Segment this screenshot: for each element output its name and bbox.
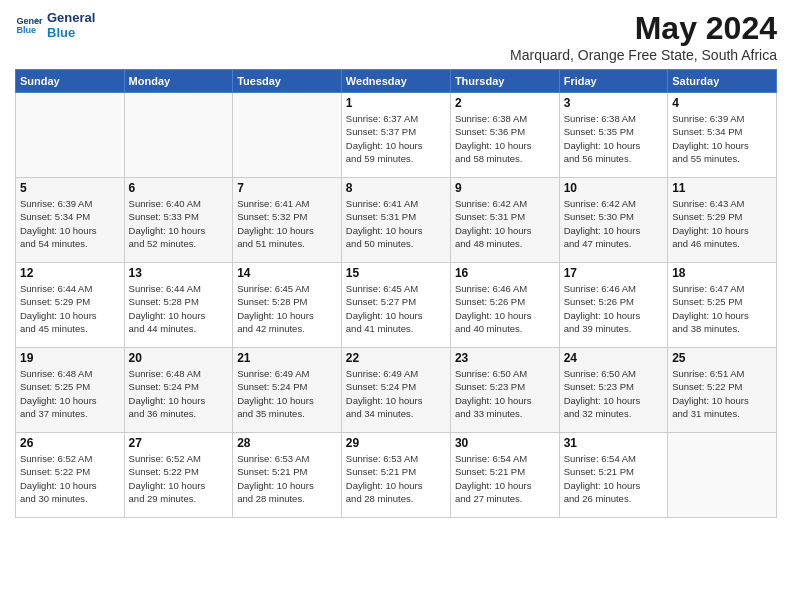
day-number: 13: [129, 266, 229, 280]
logo-blue: Blue: [47, 25, 95, 40]
calendar-cell: 31Sunrise: 6:54 AMSunset: 5:21 PMDayligh…: [559, 433, 668, 518]
day-info: Sunrise: 6:42 AMSunset: 5:31 PMDaylight:…: [455, 197, 555, 250]
calendar-cell: 21Sunrise: 6:49 AMSunset: 5:24 PMDayligh…: [233, 348, 342, 433]
calendar-cell: 7Sunrise: 6:41 AMSunset: 5:32 PMDaylight…: [233, 178, 342, 263]
calendar-cell: 30Sunrise: 6:54 AMSunset: 5:21 PMDayligh…: [450, 433, 559, 518]
day-info: Sunrise: 6:49 AMSunset: 5:24 PMDaylight:…: [346, 367, 446, 420]
calendar-cell: [124, 93, 233, 178]
day-number: 10: [564, 181, 664, 195]
weekday-header-saturday: Saturday: [668, 70, 777, 93]
day-info: Sunrise: 6:42 AMSunset: 5:30 PMDaylight:…: [564, 197, 664, 250]
weekday-header-row: SundayMondayTuesdayWednesdayThursdayFrid…: [16, 70, 777, 93]
month-title: May 2024: [510, 10, 777, 47]
svg-text:General: General: [16, 16, 43, 26]
day-number: 22: [346, 351, 446, 365]
day-info: Sunrise: 6:40 AMSunset: 5:33 PMDaylight:…: [129, 197, 229, 250]
day-number: 19: [20, 351, 120, 365]
day-info: Sunrise: 6:48 AMSunset: 5:24 PMDaylight:…: [129, 367, 229, 420]
day-info: Sunrise: 6:43 AMSunset: 5:29 PMDaylight:…: [672, 197, 772, 250]
calendar-cell: 17Sunrise: 6:46 AMSunset: 5:26 PMDayligh…: [559, 263, 668, 348]
day-info: Sunrise: 6:50 AMSunset: 5:23 PMDaylight:…: [455, 367, 555, 420]
calendar-cell: 13Sunrise: 6:44 AMSunset: 5:28 PMDayligh…: [124, 263, 233, 348]
day-number: 7: [237, 181, 337, 195]
weekday-header-wednesday: Wednesday: [341, 70, 450, 93]
calendar-table: SundayMondayTuesdayWednesdayThursdayFrid…: [15, 69, 777, 518]
calendar-cell: 24Sunrise: 6:50 AMSunset: 5:23 PMDayligh…: [559, 348, 668, 433]
calendar-cell: 18Sunrise: 6:47 AMSunset: 5:25 PMDayligh…: [668, 263, 777, 348]
day-info: Sunrise: 6:54 AMSunset: 5:21 PMDaylight:…: [455, 452, 555, 505]
day-info: Sunrise: 6:50 AMSunset: 5:23 PMDaylight:…: [564, 367, 664, 420]
day-number: 2: [455, 96, 555, 110]
weekday-header-monday: Monday: [124, 70, 233, 93]
day-number: 5: [20, 181, 120, 195]
day-info: Sunrise: 6:52 AMSunset: 5:22 PMDaylight:…: [20, 452, 120, 505]
svg-text:Blue: Blue: [16, 25, 36, 35]
day-number: 4: [672, 96, 772, 110]
title-area: May 2024 Marquard, Orange Free State, So…: [510, 10, 777, 63]
day-number: 9: [455, 181, 555, 195]
day-number: 20: [129, 351, 229, 365]
day-info: Sunrise: 6:53 AMSunset: 5:21 PMDaylight:…: [237, 452, 337, 505]
day-info: Sunrise: 6:44 AMSunset: 5:28 PMDaylight:…: [129, 282, 229, 335]
day-info: Sunrise: 6:54 AMSunset: 5:21 PMDaylight:…: [564, 452, 664, 505]
day-info: Sunrise: 6:38 AMSunset: 5:36 PMDaylight:…: [455, 112, 555, 165]
day-number: 12: [20, 266, 120, 280]
day-number: 26: [20, 436, 120, 450]
day-number: 28: [237, 436, 337, 450]
weekday-header-thursday: Thursday: [450, 70, 559, 93]
day-info: Sunrise: 6:45 AMSunset: 5:28 PMDaylight:…: [237, 282, 337, 335]
day-number: 27: [129, 436, 229, 450]
day-number: 16: [455, 266, 555, 280]
day-number: 29: [346, 436, 446, 450]
day-number: 3: [564, 96, 664, 110]
calendar-cell: 27Sunrise: 6:52 AMSunset: 5:22 PMDayligh…: [124, 433, 233, 518]
day-info: Sunrise: 6:53 AMSunset: 5:21 PMDaylight:…: [346, 452, 446, 505]
logo-icon: General Blue: [15, 11, 43, 39]
calendar-cell: 5Sunrise: 6:39 AMSunset: 5:34 PMDaylight…: [16, 178, 125, 263]
calendar-cell: [668, 433, 777, 518]
day-info: Sunrise: 6:48 AMSunset: 5:25 PMDaylight:…: [20, 367, 120, 420]
calendar-cell: 4Sunrise: 6:39 AMSunset: 5:34 PMDaylight…: [668, 93, 777, 178]
day-info: Sunrise: 6:49 AMSunset: 5:24 PMDaylight:…: [237, 367, 337, 420]
week-row-2: 5Sunrise: 6:39 AMSunset: 5:34 PMDaylight…: [16, 178, 777, 263]
day-info: Sunrise: 6:44 AMSunset: 5:29 PMDaylight:…: [20, 282, 120, 335]
day-number: 6: [129, 181, 229, 195]
week-row-5: 26Sunrise: 6:52 AMSunset: 5:22 PMDayligh…: [16, 433, 777, 518]
day-number: 21: [237, 351, 337, 365]
day-info: Sunrise: 6:52 AMSunset: 5:22 PMDaylight:…: [129, 452, 229, 505]
calendar-cell: 19Sunrise: 6:48 AMSunset: 5:25 PMDayligh…: [16, 348, 125, 433]
calendar-cell: [16, 93, 125, 178]
day-number: 18: [672, 266, 772, 280]
calendar-cell: 8Sunrise: 6:41 AMSunset: 5:31 PMDaylight…: [341, 178, 450, 263]
calendar-cell: 25Sunrise: 6:51 AMSunset: 5:22 PMDayligh…: [668, 348, 777, 433]
calendar-cell: 9Sunrise: 6:42 AMSunset: 5:31 PMDaylight…: [450, 178, 559, 263]
calendar-cell: 20Sunrise: 6:48 AMSunset: 5:24 PMDayligh…: [124, 348, 233, 433]
day-info: Sunrise: 6:39 AMSunset: 5:34 PMDaylight:…: [672, 112, 772, 165]
day-info: Sunrise: 6:38 AMSunset: 5:35 PMDaylight:…: [564, 112, 664, 165]
header: General Blue General Blue May 2024 Marqu…: [15, 10, 777, 63]
logo: General Blue General Blue: [15, 10, 95, 40]
calendar-cell: 11Sunrise: 6:43 AMSunset: 5:29 PMDayligh…: [668, 178, 777, 263]
calendar-cell: [233, 93, 342, 178]
logo-general: General: [47, 10, 95, 25]
day-number: 30: [455, 436, 555, 450]
calendar-cell: 12Sunrise: 6:44 AMSunset: 5:29 PMDayligh…: [16, 263, 125, 348]
day-info: Sunrise: 6:37 AMSunset: 5:37 PMDaylight:…: [346, 112, 446, 165]
calendar-cell: 22Sunrise: 6:49 AMSunset: 5:24 PMDayligh…: [341, 348, 450, 433]
day-number: 31: [564, 436, 664, 450]
day-info: Sunrise: 6:47 AMSunset: 5:25 PMDaylight:…: [672, 282, 772, 335]
calendar-cell: 15Sunrise: 6:45 AMSunset: 5:27 PMDayligh…: [341, 263, 450, 348]
week-row-1: 1Sunrise: 6:37 AMSunset: 5:37 PMDaylight…: [16, 93, 777, 178]
day-number: 15: [346, 266, 446, 280]
calendar-cell: 6Sunrise: 6:40 AMSunset: 5:33 PMDaylight…: [124, 178, 233, 263]
day-number: 14: [237, 266, 337, 280]
location-title: Marquard, Orange Free State, South Afric…: [510, 47, 777, 63]
week-row-3: 12Sunrise: 6:44 AMSunset: 5:29 PMDayligh…: [16, 263, 777, 348]
day-info: Sunrise: 6:41 AMSunset: 5:32 PMDaylight:…: [237, 197, 337, 250]
calendar-cell: 28Sunrise: 6:53 AMSunset: 5:21 PMDayligh…: [233, 433, 342, 518]
day-info: Sunrise: 6:39 AMSunset: 5:34 PMDaylight:…: [20, 197, 120, 250]
calendar-cell: 26Sunrise: 6:52 AMSunset: 5:22 PMDayligh…: [16, 433, 125, 518]
day-number: 24: [564, 351, 664, 365]
day-number: 23: [455, 351, 555, 365]
day-number: 8: [346, 181, 446, 195]
